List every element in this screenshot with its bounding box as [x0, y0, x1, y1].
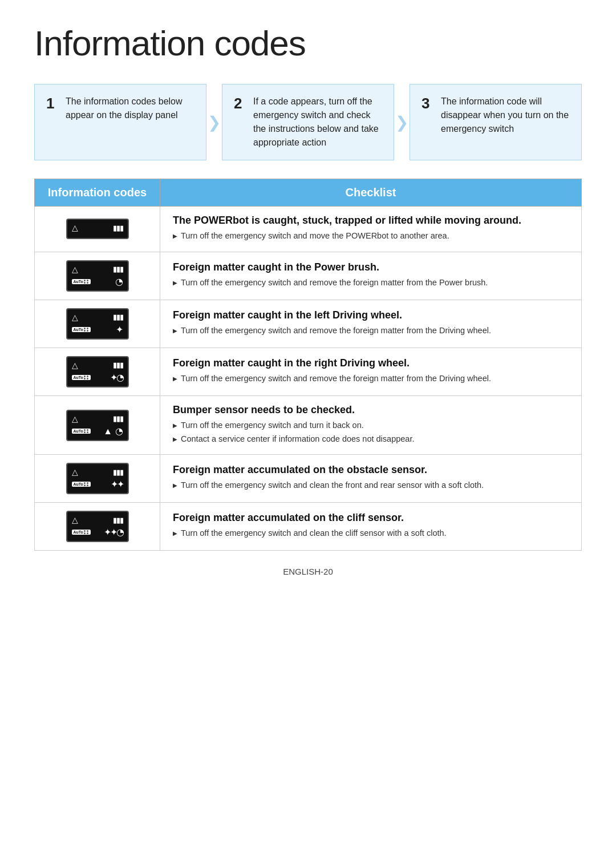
table-row: △ ▮▮▮ AuTo ▲ ◔: [35, 395, 582, 455]
bumper-symbol: ▲ ◔: [103, 426, 123, 437]
signal-icon-3: ▮▮▮: [113, 313, 123, 321]
auto-badge-6: AuTo: [72, 482, 91, 487]
checklist-item-1-0: Turn off the emergency switch and move t…: [173, 230, 569, 243]
icon-cell-2: △ ▮▮▮ AuTo ◔: [35, 252, 160, 300]
display-panel-1: △ ▮▮▮: [66, 219, 129, 239]
warning-icon-2: △: [72, 265, 78, 274]
checklist-cell-7: Foreign matter accumulated on the cliff …: [160, 503, 582, 551]
icon-cell-1: △ ▮▮▮: [35, 207, 160, 252]
icon-cell-5: △ ▮▮▮ AuTo ▲ ◔: [35, 395, 160, 455]
checklist-cell-5: Bumper sensor needs to be checked. Turn …: [160, 395, 582, 455]
checklist-item-5-0: Turn off the emergency switch and turn i…: [173, 419, 569, 432]
auto-badge-5: AuTo: [72, 429, 91, 434]
col-header-info: Information codes: [35, 179, 160, 207]
info-table: Information codes Checklist △ ▮▮▮ The PO…: [34, 179, 582, 551]
display-panel-3: △ ▮▮▮ AuTo ✦: [66, 308, 129, 340]
signal-icon-4: ▮▮▮: [113, 361, 123, 369]
step-1-text: The information codes below appear on th…: [66, 95, 194, 122]
steps-row: 1 The information codes below appear on …: [34, 84, 582, 160]
left-wheel-symbol: ✦: [116, 324, 123, 335]
checklist-item-3-0: Turn off the emergency switch and remove…: [173, 325, 569, 337]
table-row: △ ▮▮▮ AuTo ✦✦◔: [35, 503, 582, 551]
obstacle-symbol: ✦✦: [111, 479, 123, 490]
signal-icon-1: ▮▮▮: [113, 224, 123, 232]
signal-icon-7: ▮▮▮: [113, 516, 123, 524]
checklist-cell-1: The POWERbot is caught, stuck, trapped o…: [160, 207, 582, 252]
warning-icon-6: △: [72, 467, 78, 476]
auto-badge-4: AuTo: [72, 375, 91, 380]
table-row: △ ▮▮▮ AuTo ✦◔: [35, 348, 582, 395]
checklist-item-4-0: Turn off the emergency switch and remove…: [173, 373, 569, 385]
checklist-title-4: Foreign matter caught in the right Drivi…: [173, 357, 569, 369]
col-header-checklist: Checklist: [160, 179, 582, 207]
icon-cell-6: △ ▮▮▮ AuTo ✦✦: [35, 455, 160, 503]
auto-badge-3: AuTo: [72, 327, 91, 332]
checklist-cell-2: Foreign matter caught in the Power brush…: [160, 252, 582, 300]
step-3-num: 3: [422, 95, 429, 112]
signal-icon-2: ▮▮▮: [113, 265, 123, 273]
checklist-item-6-0: Turn off the emergency switch and clean …: [173, 479, 569, 492]
checklist-title-5: Bumper sensor needs to be checked.: [173, 404, 569, 416]
step-2-text: If a code appears, turn off the emergenc…: [253, 95, 382, 150]
step-2-num: 2: [234, 95, 242, 112]
table-row: △ ▮▮▮ AuTo ✦: [35, 300, 582, 348]
icon-cell-3: △ ▮▮▮ AuTo ✦: [35, 300, 160, 348]
warning-icon-1: △: [72, 223, 78, 232]
arrow-2: ❯: [394, 84, 410, 160]
checklist-item-7-0: Turn off the emergency switch and clean …: [173, 527, 569, 540]
table-row: △ ▮▮▮ AuTo ✦✦: [35, 455, 582, 503]
step-1-num: 1: [46, 95, 54, 112]
checklist-item-5-1: Contact a service center if information …: [173, 433, 569, 446]
warning-icon-4: △: [72, 361, 78, 370]
step-3: 3 The information code will disappear wh…: [410, 84, 582, 160]
display-panel-6: △ ▮▮▮ AuTo ✦✦: [66, 463, 129, 494]
checklist-cell-4: Foreign matter caught in the right Drivi…: [160, 348, 582, 395]
right-wheel-symbol: ✦◔: [110, 372, 123, 383]
checklist-item-2-0: Turn off the emergency switch and remove…: [173, 277, 569, 289]
table-row: △ ▮▮▮ The POWERbot is caught, stuck, tra…: [35, 207, 582, 252]
checklist-title-3: Foreign matter caught in the left Drivin…: [173, 309, 569, 321]
step-1: 1 The information codes below appear on …: [34, 84, 206, 160]
signal-icon-6: ▮▮▮: [113, 468, 123, 476]
signal-icon-5: ▮▮▮: [113, 414, 123, 423]
arrow-1: ❯: [206, 84, 222, 160]
auto-badge-2: AuTo: [72, 279, 91, 284]
step-3-text: The information code will disappear when…: [441, 95, 570, 136]
checklist-title-2: Foreign matter caught in the Power brush…: [173, 261, 569, 273]
icon-cell-7: △ ▮▮▮ AuTo ✦✦◔: [35, 503, 160, 551]
icon-cell-4: △ ▮▮▮ AuTo ✦◔: [35, 348, 160, 395]
cliff-symbol: ✦✦◔: [104, 527, 123, 538]
footer: ENGLISH-20: [34, 567, 582, 576]
auto-badge-7: AuTo: [72, 530, 91, 535]
table-row: △ ▮▮▮ AuTo ◔: [35, 252, 582, 300]
warning-icon-7: △: [72, 515, 78, 524]
warning-icon-5: △: [72, 414, 78, 423]
checklist-title-1: The POWERbot is caught, stuck, trapped o…: [173, 215, 569, 227]
display-panel-7: △ ▮▮▮ AuTo ✦✦◔: [66, 511, 129, 542]
display-panel-2: △ ▮▮▮ AuTo ◔: [66, 260, 129, 292]
checklist-cell-3: Foreign matter caught in the left Drivin…: [160, 300, 582, 348]
checklist-title-7: Foreign matter accumulated on the cliff …: [173, 512, 569, 524]
page-title: Information codes: [34, 23, 582, 63]
brush-symbol: ◔: [115, 276, 123, 287]
display-panel-4: △ ▮▮▮ AuTo ✦◔: [66, 356, 129, 387]
checklist-title-6: Foreign matter accumulated on the obstac…: [173, 464, 569, 476]
checklist-cell-6: Foreign matter accumulated on the obstac…: [160, 455, 582, 503]
display-panel-5: △ ▮▮▮ AuTo ▲ ◔: [66, 410, 129, 441]
warning-icon-3: △: [72, 313, 78, 322]
step-2: 2 If a code appears, turn off the emerge…: [222, 84, 394, 160]
